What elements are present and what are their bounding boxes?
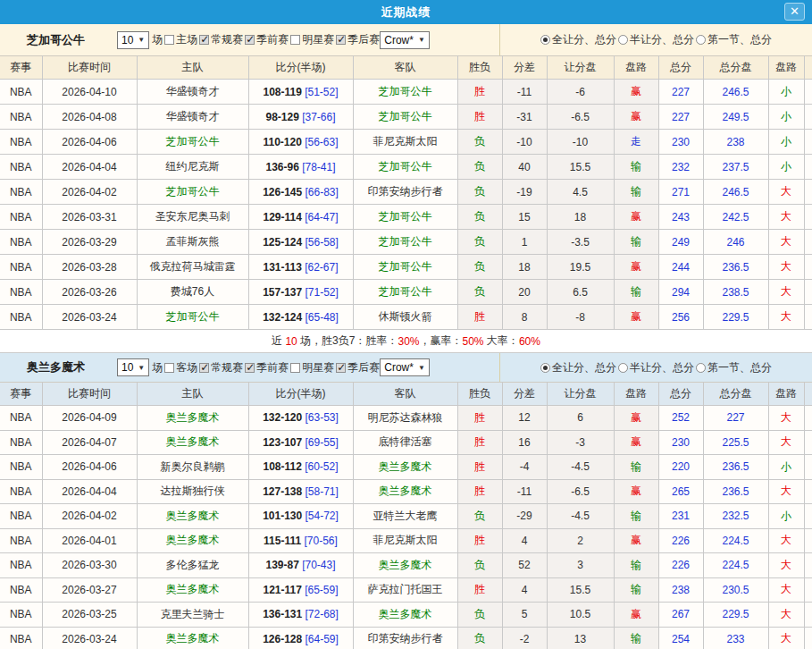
radio-icon: [696, 363, 706, 373]
table-header-row: 赛事比赛时间主队比分(半场)客队胜负分差让分盘盘路总分总分盘盘路: [0, 383, 812, 406]
radio-label: 全让分、总分: [552, 360, 616, 375]
league-cell: NBA: [0, 305, 42, 330]
filter-checkbox[interactable]: 常规赛: [197, 360, 243, 375]
total-points-cell: 230: [658, 430, 703, 455]
game-row: NBA2026-04-09奥兰多魔术132-120 [63-53]明尼苏达森林狼…: [0, 406, 812, 431]
filter-checkbox[interactable]: 主场: [163, 32, 197, 47]
magic-section: 奥兰多魔术 10▼ 场 客场常规赛季前赛明星赛季后赛 Crow*▼ 全让分、总分…: [0, 353, 812, 649]
date-cell: 2026-03-30: [42, 553, 137, 578]
home-team-cell: 俄克拉荷马城雷霆: [137, 255, 248, 280]
score-cell: 115-111 [70-56]: [248, 528, 353, 553]
handicap-cell: -6.5: [547, 479, 614, 504]
handicap-result-cell: 输: [614, 155, 658, 180]
column-header-filler: [804, 56, 812, 80]
odds-type-radio[interactable]: 半让分、总分: [618, 360, 694, 375]
games-count-select[interactable]: 10▼: [117, 358, 149, 376]
checkbox-checked-icon: [336, 363, 346, 373]
game-row: NBA2026-03-24奥兰多魔术126-128 [64-59]印第安纳步行者…: [0, 627, 812, 649]
filter-checkbox[interactable]: 客场: [163, 360, 197, 375]
away-team-cell: 奥兰多魔术: [353, 553, 457, 578]
result-cell: 负: [457, 230, 502, 255]
column-header: 主队: [137, 383, 248, 406]
filler-cell: [804, 528, 812, 553]
date-cell: 2026-04-07: [42, 430, 137, 455]
fulltime-score: 127-138: [263, 485, 302, 498]
odds-type-radio[interactable]: 第一节、总分: [696, 360, 772, 375]
margin-cell: -31: [502, 105, 547, 130]
date-cell: 2026-04-10: [42, 80, 137, 105]
score-cell: 127-138 [58-71]: [248, 479, 353, 504]
filter-checkbox[interactable]: 季后赛: [334, 32, 380, 47]
filter-checkbox[interactable]: 季后赛: [334, 360, 380, 375]
handicap-cell: -10: [547, 130, 614, 155]
game-row: NBA2026-04-10华盛顿奇才108-119 [51-52]芝加哥公牛胜-…: [0, 80, 812, 105]
chevron-down-icon: ▼: [138, 364, 145, 372]
total-line-cell: 246.5: [703, 80, 768, 105]
close-button[interactable]: ✕: [784, 3, 805, 21]
filter-checkbox[interactable]: 常规赛: [197, 32, 243, 47]
over-under-cell: 大: [768, 430, 804, 455]
handicap-cell: 6.5: [547, 280, 614, 305]
checkbox-label: 客场: [176, 360, 197, 375]
margin-cell: -11: [502, 80, 547, 105]
filler-cell: [804, 155, 812, 180]
filler-cell: [804, 553, 812, 578]
fulltime-score: 110-120: [263, 136, 301, 148]
handicap-cell: 10.5: [547, 603, 614, 628]
filter-checkbox[interactable]: 季前赛: [243, 360, 289, 375]
handicap-result-cell: 输: [614, 230, 658, 255]
filter-checkbox[interactable]: 季前赛: [243, 32, 289, 47]
score-cell: 108-112 [60-52]: [248, 455, 353, 480]
league-cell: NBA: [0, 479, 42, 504]
game-row: NBA2026-03-25克里夫兰骑士136-131 [72-68]奥兰多魔术负…: [0, 603, 812, 628]
game-row: NBA2026-04-08华盛顿奇才98-129 [37-66]芝加哥公牛胜-3…: [0, 105, 812, 130]
odds-type-radio[interactable]: 半让分、总分: [618, 32, 694, 47]
total-line-cell: 224.5: [703, 528, 768, 553]
halftime-score: [56-58]: [302, 236, 339, 249]
total-line-cell: 236.5: [703, 255, 768, 280]
over-under-cell: 小: [768, 155, 804, 180]
home-team-cell: 奥兰多魔术: [137, 627, 248, 649]
bookmaker-select[interactable]: Crow*▼: [380, 31, 430, 49]
radio-label: 半让分、总分: [630, 360, 694, 375]
checkbox-unchecked-icon: [290, 363, 300, 373]
game-row: NBA2026-04-06新奥尔良鹈鹕108-112 [60-52]奥兰多魔术胜…: [0, 455, 812, 480]
filter-checkbox[interactable]: 明星赛: [289, 360, 334, 375]
bookmaker-select[interactable]: Crow*▼: [380, 358, 430, 376]
away-team-cell: 印第安纳步行者: [353, 180, 457, 205]
result-cell: 负: [457, 627, 502, 649]
date-cell: 2026-03-27: [42, 577, 137, 603]
home-team-cell: 新奥尔良鹈鹕: [137, 455, 248, 480]
odds-type-radio[interactable]: 全让分、总分: [540, 32, 616, 47]
odds-type-radio[interactable]: 第一节、总分: [696, 32, 772, 47]
date-cell: 2026-04-06: [42, 455, 137, 480]
date-cell: 2026-03-24: [42, 305, 137, 330]
total-points-cell: 244: [658, 255, 703, 280]
filler-cell: [804, 205, 812, 230]
checkbox-label: 季后赛: [347, 360, 380, 375]
games-count-select[interactable]: 10▼: [117, 31, 149, 49]
total-line-cell: 227: [703, 406, 768, 431]
over-under-cell: 大: [768, 406, 804, 431]
fulltime-score: 132-120: [263, 411, 302, 424]
margin-cell: 40: [502, 155, 547, 180]
home-team-cell: 奥兰多魔术: [137, 430, 248, 455]
handicap-result-cell: 赢: [614, 430, 658, 455]
checkbox-checked-icon: [199, 35, 209, 45]
column-header: 赛事: [0, 56, 42, 80]
close-icon: ✕: [790, 4, 799, 18]
filter-checkbox[interactable]: 明星赛: [289, 32, 334, 47]
handicap-cell: -6: [547, 80, 614, 105]
odds-type-radio[interactable]: 全让分、总分: [540, 360, 616, 375]
date-cell: 2026-03-24: [42, 627, 137, 649]
result-cell: 负: [457, 553, 502, 578]
column-header: 总分盘: [703, 56, 768, 80]
halftime-score: [56-63]: [302, 136, 339, 148]
checkbox-label: 主场: [176, 32, 197, 47]
handicap-cell: 18: [547, 205, 614, 230]
margin-cell: 5: [502, 603, 547, 628]
result-cell: 负: [457, 280, 502, 305]
away-team-cell: 芝加哥公牛: [353, 255, 457, 280]
away-team-cell: 菲尼克斯太阳: [353, 528, 457, 553]
league-cell: NBA: [0, 577, 42, 603]
